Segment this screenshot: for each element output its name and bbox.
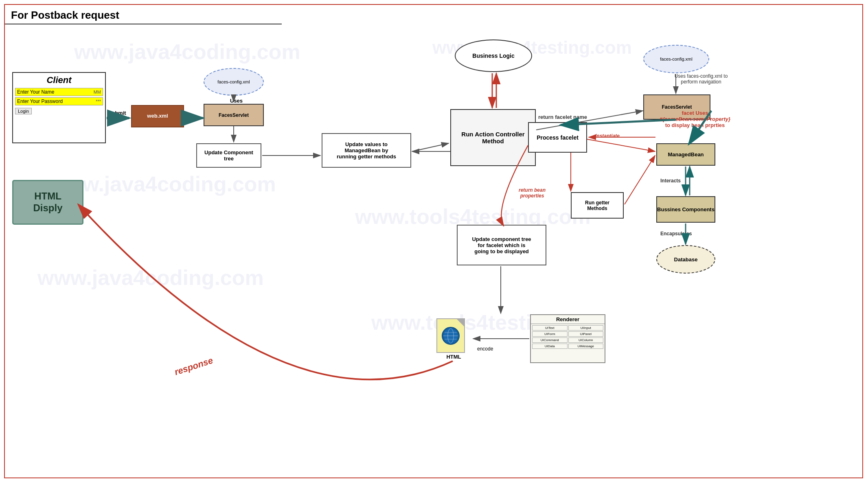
database-ellipse: Database bbox=[656, 245, 715, 274]
run-action-label: Run Action Controller Method bbox=[451, 131, 535, 145]
name-value: MM bbox=[94, 90, 101, 94]
webxml-box: web.xml bbox=[131, 105, 184, 127]
renderer-box: Renderer UIText UIInput UIForm UIPanel U… bbox=[530, 314, 605, 363]
password-label: Enter Your Password bbox=[17, 99, 94, 104]
encode-label: encode bbox=[477, 346, 493, 352]
password-value: *** bbox=[96, 99, 101, 104]
renderer-item: UIColumn bbox=[568, 337, 604, 343]
run-getter-label: Run getterMethods bbox=[585, 200, 609, 211]
faces-config-right-ellipse: faces-config.xml bbox=[643, 45, 709, 73]
faces-config-left-ellipse: faces-config.xml bbox=[204, 68, 264, 96]
bussines-comp-label: Bussines Components bbox=[657, 206, 715, 212]
name-field: Enter Your Name MM bbox=[15, 88, 103, 96]
uses-left-label: Uses bbox=[230, 98, 243, 104]
renderer-item: UIText bbox=[532, 325, 568, 331]
managed-bean-label: ManagedBean bbox=[668, 151, 704, 158]
arrows-overlay bbox=[5, 5, 863, 453]
process-facelet-label: Process facelet bbox=[537, 134, 579, 141]
uses-faces-config-label: Uses faces-config.xml toperform navigati… bbox=[664, 73, 738, 85]
name-label: Enter Your Name bbox=[17, 89, 92, 95]
svg-line-9 bbox=[412, 143, 449, 151]
business-logic-label: Business Logic bbox=[472, 53, 514, 59]
renderer-title: Renderer bbox=[531, 315, 605, 324]
renderer-item: UICommand bbox=[532, 337, 568, 343]
run-getter-box: Run getterMethods bbox=[571, 192, 624, 219]
return-bean-props-label: return beanproperties bbox=[512, 187, 552, 199]
webxml-label: web.xml bbox=[147, 113, 168, 120]
update-facelet-tree-box: Update component treefor facelet which i… bbox=[457, 225, 546, 265]
update-comp-tree-label: Update Componenttree bbox=[204, 149, 253, 162]
html-display-text: HTMLDisply bbox=[33, 191, 62, 214]
update-managed-bean-box: Update values toManagedBean byrunning ge… bbox=[322, 133, 411, 168]
response-label: response bbox=[173, 355, 214, 378]
faces-config-left-label: faces-config.xml bbox=[217, 79, 250, 84]
renderer-item: UIPanel bbox=[568, 331, 604, 337]
watermark-1: www.java4coding.com bbox=[74, 39, 300, 64]
run-action-box: Run Action Controller Method bbox=[450, 109, 536, 166]
renderer-item: UIData bbox=[532, 344, 568, 349]
interacts-label: Interacts bbox=[660, 178, 681, 184]
facesservlet-left-box: FacesServlet bbox=[204, 104, 264, 126]
renderer-item: UIMessage bbox=[568, 344, 604, 349]
renderer-item: UIForm bbox=[532, 331, 568, 337]
instantiate-label: Instantiate bbox=[595, 133, 620, 139]
update-comp-tree-box: Update Componenttree bbox=[196, 143, 261, 168]
svg-line-20 bbox=[625, 155, 655, 204]
facesservlet-right-label: FacesServlet bbox=[662, 104, 692, 110]
client-box: Client Enter Your Name MM Enter Your Pas… bbox=[12, 72, 106, 143]
update-managed-bean-label: Update values toManagedBean byrunning ge… bbox=[337, 141, 396, 160]
html-label: HTML bbox=[436, 354, 471, 360]
facesservlet-left-label: FacesServlet bbox=[219, 112, 249, 118]
watermark-2: www.java4coding.com bbox=[50, 172, 276, 196]
renderer-item: UIInput bbox=[568, 325, 604, 331]
html-icon: HTML bbox=[436, 318, 471, 359]
managed-bean-box: ManagedBean bbox=[656, 143, 715, 166]
password-field: Enter Your Password *** bbox=[15, 97, 103, 105]
svg-line-18 bbox=[587, 139, 655, 151]
renderer-items: UIText UIInput UIForm UIPanel UICommand … bbox=[531, 324, 605, 350]
encapsulates-label: Encapsulates bbox=[660, 231, 692, 237]
database-label: Database bbox=[674, 256, 698, 263]
update-facelet-tree-label: Update component treefor facelet which i… bbox=[472, 236, 531, 254]
page-title: For Postback request bbox=[5, 5, 282, 24]
main-container: For Postback request www.java4coding.com… bbox=[4, 4, 863, 478]
html-display-box: HTMLDisply bbox=[12, 180, 83, 225]
watermark-3: www.java4coding.com bbox=[37, 265, 264, 290]
globe-icon bbox=[442, 327, 460, 345]
html-document bbox=[436, 318, 465, 353]
faces-config-right-label: faces-config.xml bbox=[660, 57, 692, 61]
login-button[interactable]: Login bbox=[15, 108, 32, 114]
return-facelet-label: return facelet name bbox=[538, 114, 587, 120]
facet-uses-label: facet Uses#{someBean.someProperty}to dis… bbox=[656, 110, 734, 128]
business-logic-ellipse: Business Logic bbox=[455, 39, 532, 72]
bussines-comp-box: Bussines Components bbox=[656, 196, 715, 223]
submit-label: submit bbox=[109, 110, 126, 116]
process-facelet-box: Process facelet bbox=[528, 122, 587, 153]
client-title: Client bbox=[15, 75, 103, 85]
